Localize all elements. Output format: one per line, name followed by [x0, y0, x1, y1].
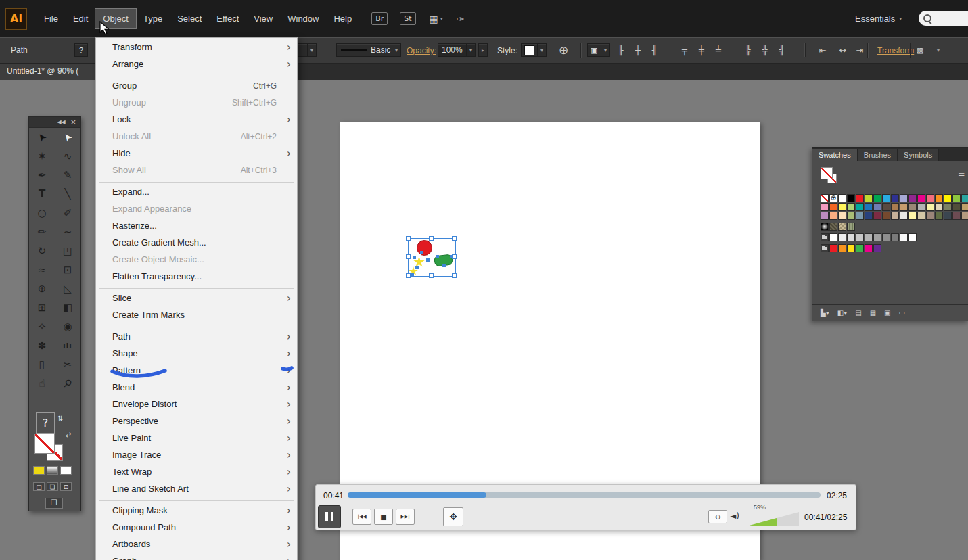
- opacity-stepper[interactable]: ▸: [478, 43, 488, 57]
- draw-behind-button[interactable]: ❏: [47, 482, 58, 491]
- document-setup-globe-icon[interactable]: ⊕: [559, 43, 568, 57]
- swatch[interactable]: [935, 212, 943, 220]
- hand-tool[interactable]: ☝: [29, 374, 55, 393]
- volume-slider[interactable]: [747, 512, 799, 526]
- add-anchor-point-tool[interactable]: ✎: [55, 166, 80, 185]
- menu-item[interactable]: Image Trace ›: [96, 446, 297, 463]
- swatch[interactable]: [865, 194, 873, 202]
- free-transform-tool[interactable]: ⊡: [55, 260, 80, 279]
- swatch[interactable]: [838, 233, 846, 241]
- swatch-none[interactable]: [821, 194, 829, 202]
- align-to-dropdown[interactable]: ▣ ▾: [587, 43, 610, 57]
- swatch[interactable]: [891, 203, 899, 211]
- swatch[interactable]: [821, 203, 829, 211]
- swatch[interactable]: [847, 203, 855, 211]
- workspace-switcher[interactable]: Essentials ▾: [855, 0, 902, 37]
- swatch[interactable]: [908, 194, 917, 202]
- menu-bar-item-file[interactable]: File: [37, 9, 66, 28]
- smooth-tool[interactable]: ∼: [55, 223, 80, 241]
- menu-item[interactable]: Transform ›: [96, 39, 297, 55]
- selection-handle[interactable]: [452, 236, 457, 241]
- swatch[interactable]: [961, 194, 968, 202]
- menu-bar-item-edit[interactable]: Edit: [66, 9, 95, 28]
- blend-tool[interactable]: ◉: [55, 317, 80, 336]
- swatch[interactable]: [856, 212, 864, 220]
- transform-link[interactable]: Transform: [877, 46, 914, 55]
- menu-bar-item-window[interactable]: Window: [280, 9, 326, 28]
- swatch[interactable]: [829, 212, 837, 220]
- swatch[interactable]: [865, 244, 873, 252]
- stop-button[interactable]: ■: [374, 509, 393, 525]
- menu-item[interactable]: ›: [96, 497, 297, 502]
- draw-normal-button[interactable]: □: [33, 482, 45, 491]
- menu-item[interactable]: Ungroup Shift+Ctrl+G ›: [96, 94, 297, 111]
- swatch[interactable]: [838, 244, 846, 252]
- fill-stroke-proxy[interactable]: [821, 167, 844, 187]
- swatch-radial[interactable]: [821, 223, 829, 231]
- swatch[interactable]: [961, 212, 968, 220]
- menu-item[interactable]: Lock ›: [96, 111, 297, 128]
- menu-item[interactable]: Slice ›: [96, 289, 297, 306]
- menu-item[interactable]: Flatten Transparency... ›: [96, 268, 297, 285]
- swatch-folder[interactable]: [821, 233, 829, 241]
- swatch[interactable]: [917, 212, 925, 220]
- menu-item[interactable]: Create Object Mosaic... ›: [96, 251, 297, 268]
- swatch[interactable]: [908, 233, 917, 241]
- bridge-button[interactable]: Br: [371, 12, 388, 25]
- swatch[interactable]: [917, 203, 925, 211]
- tab-symbols[interactable]: Symbols: [898, 149, 939, 161]
- swatch[interactable]: [856, 244, 864, 252]
- menu-item[interactable]: Create Gradient Mesh... ›: [96, 234, 297, 251]
- gradient-tool[interactable]: ◧: [55, 298, 80, 317]
- speaker-icon[interactable]: ◄): [730, 511, 739, 521]
- swatch[interactable]: [829, 244, 837, 252]
- menu-item[interactable]: Shape ›: [96, 345, 297, 362]
- swap-fill-stroke-icon[interactable]: ⇅: [57, 415, 63, 422]
- swatch[interactable]: [900, 194, 908, 202]
- swatch[interactable]: [856, 194, 864, 202]
- menu-item[interactable]: Graph ›: [96, 553, 297, 560]
- swatch[interactable]: [917, 194, 925, 202]
- anchor-point[interactable]: [436, 255, 439, 258]
- menu-bar-item-select[interactable]: Select: [170, 9, 209, 28]
- pan-arrows-button[interactable]: ↔: [708, 510, 727, 523]
- menu-item[interactable]: Perspective ›: [96, 413, 297, 429]
- align-left-button[interactable]: ╟: [614, 43, 628, 57]
- shape-builder-tool[interactable]: ⊕: [29, 279, 55, 298]
- swatch[interactable]: [952, 212, 961, 220]
- swatch[interactable]: [900, 233, 908, 241]
- menu-item[interactable]: ›: [96, 72, 297, 77]
- menu-bar-item-object[interactable]: Object: [95, 9, 136, 28]
- arrange-documents-button[interactable]: ▦ ▾: [430, 14, 443, 24]
- swatch[interactable]: [908, 212, 917, 220]
- distribute-center-vertical-button[interactable]: ╬: [758, 43, 772, 57]
- swatch[interactable]: [873, 212, 881, 220]
- menu-item[interactable]: Clipping Mask ›: [96, 502, 297, 519]
- anchor-point[interactable]: [415, 266, 419, 269]
- draw-inside-button[interactable]: ⊡: [60, 482, 72, 491]
- swatch[interactable]: [891, 212, 899, 220]
- line-segment-tool[interactable]: ╲: [55, 185, 80, 204]
- rotate-tool[interactable]: ↻: [29, 241, 55, 260]
- menu-bar-item-effect[interactable]: Effect: [209, 9, 246, 28]
- gradient-button[interactable]: [47, 466, 58, 475]
- menu-item[interactable]: Pattern ›: [96, 362, 297, 379]
- swatch[interactable]: [873, 233, 881, 241]
- swatch[interactable]: [900, 212, 908, 220]
- fill-color-swatch[interactable]: [821, 167, 833, 179]
- swatch[interactable]: [926, 203, 934, 211]
- swatch[interactable]: [926, 212, 934, 220]
- artboard-tool[interactable]: ▯: [29, 355, 55, 374]
- opacity-link[interactable]: Opacity:: [407, 46, 436, 55]
- swatch[interactable]: [873, 194, 881, 202]
- swatch[interactable]: [891, 233, 899, 241]
- menu-item[interactable]: Rasterize... ›: [96, 217, 297, 234]
- progress-bar[interactable]: [348, 492, 821, 498]
- selection-handle[interactable]: [406, 236, 411, 241]
- align-right-button[interactable]: ╢: [648, 43, 662, 57]
- selection-handle[interactable]: [406, 254, 411, 259]
- selection-handle[interactable]: [406, 273, 411, 278]
- swatch[interactable]: [856, 233, 864, 241]
- swatch[interactable]: [944, 212, 952, 220]
- swatch[interactable]: [926, 194, 934, 202]
